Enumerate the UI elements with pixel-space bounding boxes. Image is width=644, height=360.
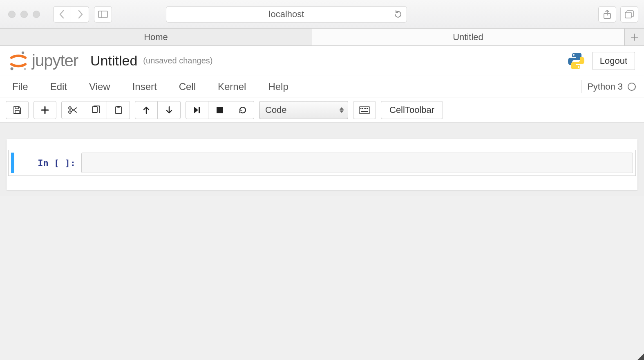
menu-insert[interactable]: Insert (132, 81, 157, 92)
python-logo-icon (567, 52, 586, 70)
svg-rect-20 (362, 108, 363, 109)
notebook-area: In [ ]: (0, 123, 644, 196)
svg-point-5 (11, 67, 13, 70)
move-up-button[interactable] (135, 101, 158, 119)
cut-button[interactable] (61, 101, 84, 119)
stop-icon (216, 106, 224, 114)
address-bar[interactable]: localhost (166, 6, 407, 22)
input-prompt: In [ ]: (16, 153, 81, 173)
menu-edit[interactable]: Edit (50, 81, 67, 92)
tabs-icon (625, 10, 634, 18)
tab-label: Home (144, 32, 168, 43)
window-controls (8, 11, 40, 18)
move-down-button[interactable] (158, 101, 181, 119)
step-forward-icon (193, 106, 201, 114)
cell-type-value: Code (265, 105, 287, 115)
jupyter-logo-text: jupyter (32, 52, 78, 70)
chevron-right-icon (77, 10, 83, 19)
arrow-up-icon (143, 106, 150, 114)
menu-help[interactable]: Help (268, 81, 288, 92)
interrupt-button[interactable] (208, 101, 231, 119)
copy-button[interactable] (84, 101, 107, 119)
paste-icon (114, 106, 123, 115)
browser-tab-untitled[interactable]: Untitled (312, 29, 624, 45)
notebook-container: In [ ]: (7, 139, 637, 190)
menu-view[interactable]: View (89, 81, 110, 92)
jupyter-logo-icon (9, 50, 28, 72)
svg-rect-14 (116, 107, 121, 114)
save-status: (unsaved changes) (143, 56, 212, 65)
share-icon (603, 9, 611, 19)
code-input[interactable] (81, 153, 633, 173)
code-cell[interactable]: In [ ]: (8, 150, 636, 176)
copy-icon (91, 106, 100, 115)
arrow-down-icon (165, 106, 173, 114)
kernel-indicator: Python 3 (581, 80, 636, 93)
menu-kernel[interactable]: Kernel (218, 81, 246, 92)
keyboard-icon (359, 106, 370, 114)
browser-tab-home[interactable]: Home (0, 29, 312, 45)
minimize-window-button[interactable] (20, 11, 28, 18)
cell-select-bar (11, 153, 14, 173)
svg-rect-21 (364, 108, 365, 109)
notebook-title[interactable]: Untitled (90, 53, 137, 69)
menu-file[interactable]: File (12, 81, 28, 92)
cell-toolbar-button[interactable]: CellToolbar (381, 101, 443, 119)
resize-handle-icon[interactable] (637, 353, 644, 360)
paste-button[interactable] (107, 101, 130, 119)
reload-button[interactable] (394, 10, 402, 19)
command-palette-button[interactable] (353, 101, 376, 119)
chevron-updown-icon (340, 107, 344, 113)
svg-point-6 (24, 68, 26, 70)
insert-cell-button[interactable] (34, 101, 56, 119)
scissors-icon (68, 106, 78, 114)
svg-rect-3 (625, 12, 631, 18)
kernel-name: Python 3 (587, 81, 623, 92)
svg-rect-18 (359, 107, 370, 113)
jupyter-logo[interactable]: jupyter (9, 50, 78, 72)
svg-rect-9 (15, 107, 18, 109)
save-button[interactable] (6, 101, 29, 119)
forward-button[interactable] (71, 6, 89, 22)
tab-label: Untitled (453, 32, 483, 43)
share-button[interactable] (598, 6, 616, 22)
plus-icon (41, 106, 49, 114)
svg-rect-0 (98, 11, 107, 18)
url-text: localhost (269, 9, 304, 20)
svg-point-4 (22, 51, 24, 54)
chevron-left-icon (59, 10, 65, 19)
sidebar-icon (98, 11, 108, 18)
menu-cell[interactable]: Cell (179, 81, 196, 92)
new-tab-button[interactable] (624, 29, 644, 45)
svg-rect-10 (15, 110, 19, 113)
plus-icon (631, 33, 639, 41)
close-window-button[interactable] (8, 11, 16, 18)
tabs-button[interactable] (620, 6, 638, 22)
svg-rect-17 (217, 107, 223, 113)
logout-button[interactable]: Logout (592, 52, 635, 70)
cell-type-select[interactable]: Code (259, 101, 348, 119)
notebook-header: jupyter Untitled (unsaved changes) Logou… (0, 46, 644, 76)
svg-point-11 (69, 107, 71, 109)
sidebar-toggle-button[interactable] (94, 6, 112, 22)
run-button[interactable] (186, 101, 208, 119)
svg-rect-24 (361, 111, 368, 112)
menubar: File Edit View Insert Cell Kernel Help P… (0, 76, 644, 97)
nav-buttons (53, 6, 89, 22)
restart-icon (238, 106, 247, 115)
toolbar: Code CellToolbar (0, 97, 644, 123)
svg-point-8 (578, 66, 579, 68)
svg-rect-13 (92, 107, 97, 112)
restart-button[interactable] (231, 101, 254, 119)
svg-rect-23 (367, 108, 368, 109)
zoom-window-button[interactable] (33, 11, 40, 18)
reload-icon (394, 10, 402, 19)
browser-chrome: localhost (0, 0, 644, 29)
back-button[interactable] (53, 6, 71, 22)
svg-rect-16 (199, 107, 200, 113)
svg-rect-22 (365, 108, 367, 109)
save-icon (13, 106, 22, 115)
svg-point-12 (69, 111, 71, 113)
svg-point-7 (573, 54, 575, 56)
kernel-status-icon (628, 83, 636, 91)
